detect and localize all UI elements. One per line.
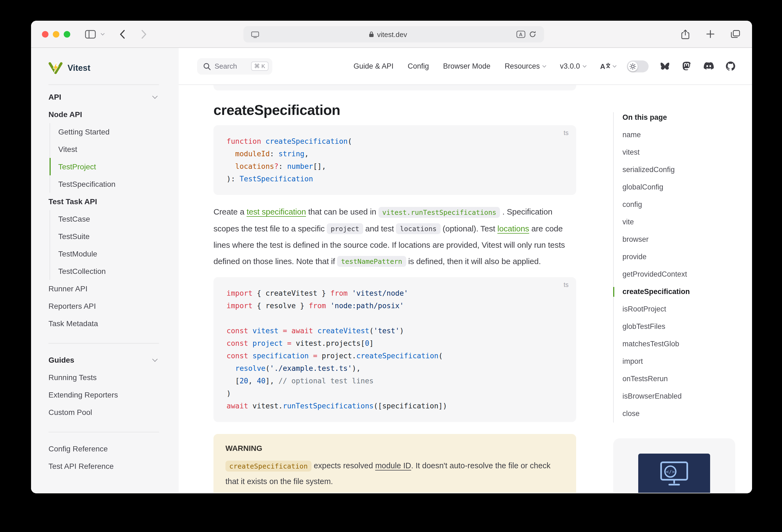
- search-button[interactable]: Search ⌘ K: [197, 58, 272, 74]
- on-this-page: On this page namevitestserializedConfigg…: [613, 112, 747, 423]
- toc-item-name[interactable]: name: [623, 126, 747, 144]
- theme-toggle[interactable]: [627, 60, 648, 72]
- vitest-logo[interactable]: Vitest: [48, 60, 179, 76]
- search-icon: [203, 62, 211, 70]
- sidebar-toggle-icon[interactable]: [84, 27, 96, 41]
- toc-item-close[interactable]: close: [623, 405, 747, 423]
- sidebar-item-custom-pool[interactable]: Custom Pool: [48, 403, 179, 421]
- forward-button[interactable]: [138, 27, 150, 41]
- back-button[interactable]: [116, 27, 128, 41]
- discord-icon[interactable]: [703, 61, 714, 72]
- sidebar-item-config-reference[interactable]: Config Reference: [48, 440, 179, 457]
- toc-item-isrootproject[interactable]: isRootProject: [623, 300, 747, 318]
- translate-icon[interactable]: A: [514, 27, 527, 41]
- url-text: vitest.dev: [377, 30, 407, 38]
- sidebar-item-testmodule[interactable]: TestModule: [49, 245, 179, 262]
- sidebar-item-testsuite[interactable]: TestSuite: [49, 227, 179, 245]
- sidebar-item-node-api[interactable]: Node API: [48, 106, 179, 123]
- warning-callout: WARNING createSpecification expects reso…: [213, 434, 576, 493]
- translate-icon: A: [600, 62, 610, 70]
- nav-link-v3-0-0[interactable]: v3.0.0: [560, 62, 586, 70]
- page-display-icon[interactable]: [249, 27, 261, 41]
- sidebar-item-getting-started[interactable]: Getting Started: [49, 123, 179, 141]
- toc-item-isbrowserenabled[interactable]: isBrowserEnabled: [623, 388, 747, 405]
- desktop: vitest.dev A: [0, 0, 782, 532]
- sidebar-item-test-task-api[interactable]: Test Task API: [48, 193, 179, 210]
- toc-item-config[interactable]: config: [623, 196, 747, 213]
- sidebar-chevron-down-icon[interactable]: [101, 31, 105, 35]
- mastodon-icon[interactable]: [681, 61, 692, 72]
- theme-toggle-knob: [628, 61, 638, 71]
- toc-item-browser[interactable]: browser: [623, 231, 747, 248]
- show-tabs-icon[interactable]: [729, 27, 741, 41]
- zoom-window-button[interactable]: [64, 31, 70, 37]
- toc-item-globalconfig[interactable]: globalConfig: [623, 179, 747, 196]
- inline-link-test-specification[interactable]: test specification: [247, 207, 306, 216]
- main-area: Search ⌘ K Guide & APIConfigBrowser Mode…: [179, 48, 752, 493]
- inline-link-module-id[interactable]: module ID: [375, 461, 411, 470]
- sidebar-item-extending-reporters[interactable]: Extending Reporters: [48, 386, 179, 403]
- docs-sidebar: Vitest APINode APIGetting StartedVitestT…: [31, 48, 179, 493]
- inline-link-locations[interactable]: locations: [497, 223, 529, 233]
- toc-item-vite[interactable]: vite: [623, 213, 747, 231]
- code-lang-badge: ts: [564, 282, 569, 288]
- vitest-logo-icon: [48, 62, 63, 75]
- share-icon[interactable]: [679, 27, 691, 41]
- toc-item-getprovidedcontext[interactable]: getProvidedContext: [623, 266, 747, 283]
- sidebar-item-testspecification[interactable]: TestSpecification: [49, 175, 179, 193]
- toc-list: namevitestserializedConfigglobalConfigco…: [623, 126, 747, 423]
- toolbar-right: [679, 27, 741, 41]
- toc-title: On this page: [623, 112, 747, 123]
- code-block-signature: ts function createSpecification( moduleI…: [213, 125, 576, 195]
- sidebar-item-task-metadata[interactable]: Task Metadata: [48, 315, 179, 332]
- sidebar-item-testcase[interactable]: TestCase: [49, 210, 179, 227]
- sidebar-item-test-api-reference[interactable]: Test API Reference: [48, 457, 179, 475]
- reload-icon[interactable]: [527, 27, 539, 41]
- svg-text:A: A: [519, 32, 522, 37]
- svg-text:A: A: [600, 62, 605, 70]
- sidebar-item-api[interactable]: API: [48, 88, 179, 106]
- toc-item-globtestfiles[interactable]: globTestFiles: [623, 318, 747, 335]
- close-window-button[interactable]: [42, 31, 48, 37]
- code-lang-badge: ts: [564, 130, 569, 136]
- sun-icon: [630, 63, 636, 69]
- search-label: Search: [215, 62, 237, 70]
- sidebar-item-guides[interactable]: Guides: [48, 351, 179, 369]
- sidebar-item-reporters-api[interactable]: Reporters API: [48, 297, 179, 315]
- window-controls: [42, 31, 70, 37]
- chevron-down-icon: [542, 64, 546, 67]
- sponsor-card[interactable]: </>: [613, 438, 735, 493]
- nav-link-guide-api[interactable]: Guide & API: [353, 62, 393, 70]
- toc-item-provide[interactable]: provide: [623, 248, 747, 266]
- inline-code-testnamepattern[interactable]: testNamePattern: [337, 256, 406, 267]
- code-example[interactable]: import { createVitest } from 'vitest/nod…: [226, 287, 563, 412]
- url-bar[interactable]: vitest.dev A: [243, 26, 544, 42]
- sidebar-item-testproject[interactable]: TestProject: [49, 158, 179, 175]
- sidebar-divider: [48, 343, 159, 344]
- sidebar-item-testcollection[interactable]: TestCollection: [49, 262, 179, 280]
- inline-code-vitest-runtestspecifications[interactable]: vitest.runTestSpecifications: [379, 207, 500, 217]
- toc-item-serializedconfig[interactable]: serializedConfig: [623, 161, 747, 179]
- toc-item-ontestsrerun[interactable]: onTestsRerun: [623, 370, 747, 388]
- nav-link-config[interactable]: Config: [407, 62, 429, 70]
- sidebar-item-running-tests[interactable]: Running Tests: [48, 369, 179, 386]
- code-signature[interactable]: function createSpecification( moduleId: …: [226, 135, 563, 185]
- nav-link-resources[interactable]: Resources: [504, 62, 546, 70]
- new-tab-icon[interactable]: [704, 27, 716, 41]
- search-shortcut: ⌘ K: [251, 62, 269, 71]
- nav-link-browser-mode[interactable]: Browser Mode: [443, 62, 490, 70]
- bluesky-icon[interactable]: [660, 61, 670, 72]
- toc-item-import[interactable]: import: [623, 353, 747, 370]
- github-icon[interactable]: [725, 61, 736, 72]
- language-menu[interactable]: A: [600, 62, 616, 70]
- toc-item-createspecification[interactable]: createSpecification: [623, 283, 747, 300]
- code-block-example: ts import { createVitest } from 'vitest/…: [213, 277, 576, 422]
- minimize-window-button[interactable]: [53, 31, 59, 37]
- sidebar-item-runner-api[interactable]: Runner API: [48, 280, 179, 297]
- toc-item-vitest[interactable]: vitest: [623, 144, 747, 161]
- sidebar-item-vitest[interactable]: Vitest: [49, 141, 179, 158]
- warning-title: WARNING: [225, 444, 564, 453]
- sidebar-divider: [48, 84, 159, 85]
- url-display[interactable]: vitest.dev: [261, 30, 514, 38]
- toc-item-matchestestglob[interactable]: matchesTestGlob: [623, 335, 747, 353]
